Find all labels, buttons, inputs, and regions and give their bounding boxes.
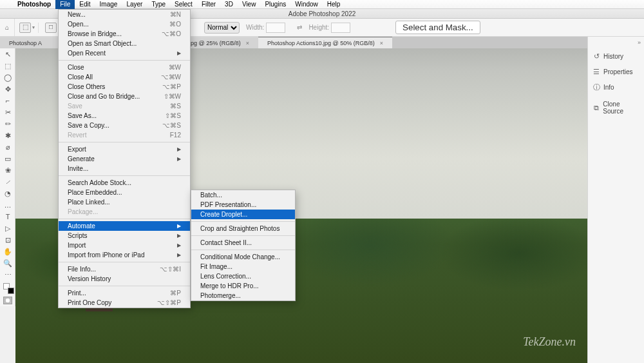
menu-item-merge-to-hdr-pro[interactable]: Merge to HDR Pro... [191,281,295,291]
tool-7[interactable]: ✱ [0,130,15,141]
menu-item-browse-in-bridge[interactable]: Browse in Bridge...⌥⌘O [59,29,190,39]
tool-12[interactable]: ◔ [0,188,15,199]
tool-3[interactable]: ✥ [0,83,15,95]
panel-properties[interactable]: ☰Properties [588,64,644,79]
panel-clone-source[interactable]: ⧉Clone Source [588,100,644,115]
submenu-arrow-icon: ▶ [177,155,181,163]
menu-item-import[interactable]: Import▶ [59,240,190,250]
tool-5[interactable]: ✂ [0,106,15,118]
history-icon: ↺ [592,52,601,61]
menu-item-save: Save⌘S [59,101,190,111]
menu-file[interactable]: File [55,0,75,9]
menu-item-conditional-mode-change[interactable]: Conditional Mode Change... [191,252,295,262]
menu-item-automate[interactable]: Automate▶ [59,221,190,231]
tool-8[interactable]: ⌀ [0,141,15,153]
menu-item-save-a-copy[interactable]: Save a Copy...⌥⌘S [59,121,190,130]
menu-item-photomerge[interactable]: Photomerge... [191,291,295,300]
tab-3[interactable]: Photoshop Actions10.jpg @ 50% (RGB/8)× [258,37,392,48]
menu-item-version-history[interactable]: Version History [59,274,190,284]
tool-6[interactable]: ✏ [0,118,15,130]
menu-item-fit-image[interactable]: Fit Image... [191,262,295,271]
menu-item-print[interactable]: Print...⌘P [59,288,190,298]
tool-4[interactable]: ⌐ [0,95,15,106]
panel-collapse-icon[interactable]: » [588,37,644,48]
tool-18[interactable]: 🔍 [0,257,15,269]
menu-item-place-embedded[interactable]: Place Embedded... [59,188,190,197]
menu-plugins[interactable]: Plugins [260,0,290,9]
panel-well: » ↺History☰PropertiesⓘInfo⧉Clone Source [587,37,644,363]
tool-19[interactable]: ⋯ [0,269,15,280]
submenu-arrow-icon: ▶ [177,251,181,259]
menu-item-open[interactable]: Open...⌘O [59,19,190,29]
menu-item-crop-and-straighten-photos[interactable]: Crop and Straighten Photos [191,224,295,233]
menu-item-package: Package... [59,207,190,217]
menu-layer[interactable]: Layer [122,0,147,9]
menu-3d[interactable]: 3D [220,0,238,9]
menu-item-invite[interactable]: Invite... [59,164,190,173]
home-button[interactable]: ⌂ [0,19,15,36]
menu-item-close-all[interactable]: Close All⌥⌘W [59,72,190,82]
close-icon[interactable]: × [246,40,249,46]
clone source-icon: ⧉ [592,104,600,112]
tool-9[interactable]: ▭ [0,153,15,164]
menu-item-export[interactable]: Export▶ [59,144,190,154]
menu-item-open-recent[interactable]: Open Recent▶ [59,48,190,58]
menu-item-scripts[interactable]: Scripts▶ [59,231,190,240]
close-icon[interactable]: × [380,40,383,46]
tool-17[interactable]: ✋ [0,246,15,257]
menu-item-close[interactable]: Close⌘W [59,63,190,72]
menu-item-revert: RevertF12 [59,130,190,140]
menu-item-close-others[interactable]: Close Others⌥⌘P [59,82,190,92]
tool-14[interactable]: T [0,211,15,222]
marquee-tool-icon[interactable]: ⬚ [19,23,31,33]
menu-item-close-and-go-to-bridge[interactable]: Close and Go to Bridge...⇧⌘W [59,92,190,101]
submenu-arrow-icon: ▶ [177,145,181,153]
tool-13[interactable]: … [0,199,15,211]
submenu-arrow-icon: ▶ [177,222,181,230]
menu-type[interactable]: Type [147,0,170,9]
menu-item-open-as-smart-object[interactable]: Open as Smart Object... [59,39,190,48]
panel-history[interactable]: ↺History [588,48,644,64]
menu-item-contact-sheet-ii[interactable]: Contact Sheet II... [191,238,295,248]
menu-item-lens-correction[interactable]: Lens Correction... [191,271,295,281]
tool-1[interactable]: ⬚ [0,60,15,72]
menu-item-place-linked[interactable]: Place Linked... [59,197,190,207]
sel-new-icon[interactable]: □ [45,23,57,33]
panel-info[interactable]: ⓘInfo [588,79,644,95]
menu-item-search-adobe-stock[interactable]: Search Adobe Stock... [59,178,190,188]
menu-item-new[interactable]: New...⌘N [59,10,190,19]
height-field[interactable] [331,23,350,33]
quick-mask-icon[interactable] [3,297,12,304]
menu-item-pdf-presentation[interactable]: PDF Presentation... [191,200,295,210]
app-menu[interactable]: Photoshop [13,0,55,9]
submenu-arrow-icon: ▶ [177,49,181,57]
mode-select[interactable]: Normal [204,22,240,34]
tool-0[interactable]: ↖ [0,48,15,60]
select-and-mask-button[interactable]: Select and Mask... [395,21,480,34]
menu-view[interactable]: View [238,0,261,9]
tool-10[interactable]: ❀ [0,164,15,176]
menu-item-generate[interactable]: Generate▶ [59,154,190,164]
menu-window[interactable]: Window [290,0,323,9]
menu-item-create-droplet[interactable]: Create Droplet... [191,210,295,219]
tab-0[interactable]: Photoshop A [0,37,51,48]
menu-item-batch[interactable]: Batch... [191,190,295,200]
tool-15[interactable]: ▷ [0,222,15,234]
menu-help[interactable]: Help [323,0,345,9]
submenu-arrow-icon: ▶ [177,241,181,250]
tool-16[interactable]: ⊡ [0,234,15,246]
menu-item-print-one-copy[interactable]: Print One Copy⌥⇧⌘P [59,298,190,308]
menu-image[interactable]: Image [95,0,122,9]
menu-filter[interactable]: Filter [197,0,220,9]
menu-item-file-info[interactable]: File Info...⌥⇧⌘I [59,264,190,274]
tool-2[interactable]: ◯ [0,72,15,83]
info-icon: ⓘ [592,83,601,92]
width-field[interactable] [266,23,285,33]
system-menubar: Photoshop File Edit Image Layer Type Sel… [0,0,644,9]
menu-item-import-from-iphone-or-ipad[interactable]: Import from iPhone or iPad▶ [59,250,190,260]
menu-item-save-as[interactable]: Save As...⇧⌘S [59,111,190,121]
menu-select[interactable]: Select [170,0,197,9]
color-swatch[interactable] [3,283,12,292]
tool-11[interactable]: ⟋ [0,176,15,188]
menu-edit[interactable]: Edit [75,0,95,9]
